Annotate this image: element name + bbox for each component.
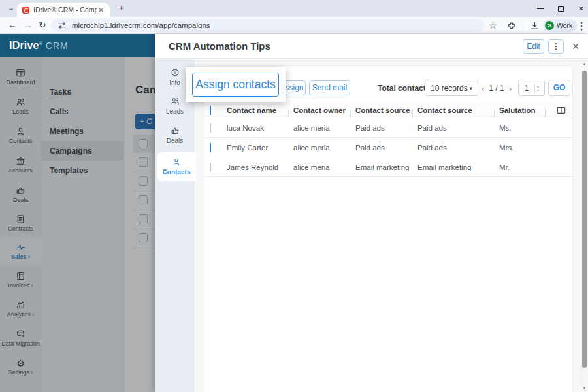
caret-down-icon: ▾	[469, 85, 472, 91]
modal-tab-rail: Info Leads Deals Contacts	[155, 59, 195, 392]
spinner-icons[interactable]: ▴▾	[534, 83, 541, 93]
browser-menu-kebab-icon[interactable]: ⋮	[576, 19, 587, 32]
col-salutation[interactable]: Salutation	[499, 106, 550, 114]
edit-button[interactable]: Edit	[523, 39, 544, 54]
extensions-icon[interactable]	[507, 19, 516, 32]
browser-window: ⌄ IDrive® CRM - Campaigns ✕ + ✕ ← → ↻ mi…	[0, 0, 588, 392]
row-checkbox[interactable]	[210, 143, 211, 152]
url-text: microchip1.idrivecrm.com/app/campaigns	[72, 22, 210, 29]
table-header-row: Contact name Contact owner Contact sourc…	[204, 103, 572, 118]
select-all-checkbox[interactable]	[210, 106, 211, 115]
window-close-icon[interactable]: ✕	[578, 5, 584, 13]
new-tab-button[interactable]: +	[115, 2, 128, 13]
deals-icon	[171, 126, 180, 135]
tab-contacts[interactable]: Contacts	[157, 152, 196, 181]
leads-icon	[171, 97, 180, 106]
campaign-detail-modal: CRM Automation Tips Edit ⋮ ✕ Info Leads	[155, 34, 588, 392]
modal-header: CRM Automation Tips Edit ⋮ ✕	[155, 34, 588, 59]
minimize-icon[interactable]	[537, 8, 544, 8]
page-number-input[interactable]	[519, 84, 534, 93]
col-contact-name[interactable]: Contact name	[227, 106, 293, 114]
assign-contacts-button[interactable]: Assign contacts	[192, 73, 279, 97]
go-button[interactable]: GO	[548, 80, 570, 96]
app-header: IDrive®CRM	[0, 34, 155, 57]
assign-contacts-callout: Assign contacts	[186, 67, 286, 102]
reload-icon[interactable]: ↻	[39, 20, 46, 30]
profile-chip[interactable]: S Work	[543, 19, 578, 32]
avatar: S	[545, 21, 554, 30]
pagination: ‹ 1 / 1 ›	[482, 81, 512, 95]
col-contact-source[interactable]: Contact source	[355, 106, 417, 114]
modal-body: Info Leads Deals Contacts	[155, 59, 588, 392]
download-icon[interactable]	[530, 19, 540, 32]
back-icon[interactable]: ←	[8, 20, 17, 30]
page-indicator: 1 / 1	[489, 84, 504, 93]
table-row[interactable]: James Reynold alice meria Email marketin…	[204, 157, 572, 177]
close-icon[interactable]: ✕	[568, 39, 583, 54]
browser-toolbar: ← → ↻ microchip1.idrivecrm.com/app/campa…	[0, 17, 588, 34]
records-per-page-dropdown[interactable]: 10 records ▾	[425, 80, 478, 96]
table-row[interactable]: Emily Carter alice meria Paid ads Paid a…	[204, 138, 572, 157]
tab-close-icon[interactable]: ✕	[97, 5, 106, 15]
tab-title: IDrive® CRM - Campaigns	[33, 6, 97, 14]
bookmark-star-icon[interactable]: ☆	[489, 19, 497, 32]
site-settings-icon[interactable]	[57, 21, 67, 30]
info-icon	[171, 68, 180, 77]
vertical-scrollbar-thumb[interactable]	[582, 71, 587, 368]
maximize-icon[interactable]	[558, 6, 564, 12]
scroll-up-icon[interactable]: ▲	[581, 62, 587, 66]
contacts-card: Assign Send mail Total contacts: 2 10 re…	[204, 65, 573, 392]
next-page-icon[interactable]: ›	[509, 84, 512, 93]
modal-title: CRM Automation Tips	[169, 34, 270, 59]
page-number-field[interactable]: ▴▾	[518, 80, 545, 96]
toolbar-divider	[523, 19, 523, 32]
tab-deals[interactable]: Deals	[156, 122, 193, 148]
forward-icon[interactable]: →	[24, 20, 33, 30]
row-checkbox[interactable]	[210, 163, 211, 172]
tab-search-icon[interactable]: ⌄	[5, 3, 17, 14]
idrive-crm-logo[interactable]: IDrive®CRM	[9, 40, 69, 52]
more-actions-kebab-icon[interactable]: ⋮	[548, 39, 564, 54]
contacts-icon	[172, 157, 181, 167]
col-contact-owner[interactable]: Contact owner	[293, 106, 355, 114]
browser-tab-strip: ⌄ IDrive® CRM - Campaigns ✕ + ✕	[0, 0, 588, 17]
modal-backdrop	[0, 57, 155, 392]
idrive-favicon-icon	[22, 7, 29, 14]
browser-tab[interactable]: IDrive® CRM - Campaigns ✕	[17, 3, 110, 17]
send-mail-button[interactable]: Send mail	[309, 80, 350, 95]
column-picker-icon[interactable]	[550, 106, 572, 115]
window-controls: ✕	[537, 0, 584, 17]
scroll-down-icon[interactable]: ▼	[581, 386, 587, 390]
url-bar[interactable]: microchip1.idrivecrm.com/app/campaigns	[51, 19, 485, 32]
table-row[interactable]: luca Novak alice meria Paid ads Paid ads…	[204, 118, 572, 138]
col-contact-source-2[interactable]: Contact source	[417, 106, 499, 114]
page-content: IDrive®CRM Dashboard Leads Contacts Acco…	[0, 34, 588, 392]
vertical-scrollbar[interactable]: ▲ ▼	[581, 60, 587, 392]
row-checkbox[interactable]	[210, 123, 211, 133]
prev-page-icon[interactable]: ‹	[482, 84, 484, 93]
profile-name: Work	[557, 22, 572, 29]
